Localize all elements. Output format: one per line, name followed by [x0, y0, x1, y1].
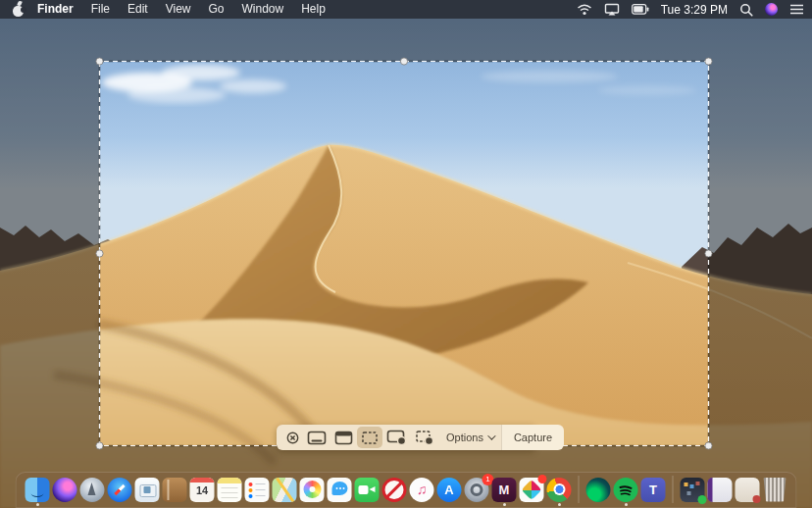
siri-icon[interactable] — [765, 3, 778, 16]
documents-stack-icon — [708, 478, 733, 502]
calendar-day: 14 — [190, 484, 215, 496]
trash-icon — [763, 478, 787, 502]
dock-item-chrome[interactable] — [547, 478, 572, 502]
dock-item-photos[interactable] — [300, 478, 325, 502]
selection-rectangle[interactable] — [100, 62, 709, 446]
capture-selection-icon — [361, 431, 379, 445]
screenshots-stack-icon — [681, 478, 705, 502]
safari-icon — [108, 478, 132, 502]
selection-handle-ne[interactable] — [705, 58, 712, 65]
mail-icon — [135, 478, 160, 502]
launchpad-icon — [80, 478, 105, 502]
selection-rectangle-ants[interactable] — [100, 62, 709, 446]
close-button[interactable] — [282, 427, 303, 448]
app-store-icon: A — [437, 478, 462, 502]
dock-item-webex[interactable] — [586, 478, 611, 502]
capture-selected-portion-button[interactable] — [357, 427, 382, 448]
dock-item-contacts[interactable] — [163, 478, 187, 502]
dock-item-slack[interactable] — [520, 478, 544, 502]
dock-item-app-store[interactable]: A — [437, 478, 462, 502]
record-selected-portion-button[interactable] — [411, 427, 438, 448]
dock-item-notes[interactable] — [218, 478, 242, 502]
siri-app-icon — [53, 478, 77, 502]
screenshot-toolbar: Options Capture — [277, 425, 536, 450]
contacts-icon — [163, 478, 187, 502]
running-indicator — [36, 503, 39, 506]
dock-item-screenshots-stack[interactable] — [681, 478, 705, 502]
menu-go[interactable]: Go — [200, 0, 233, 19]
selection-handle-nw[interactable] — [96, 58, 103, 65]
selection-handle-sw[interactable] — [96, 442, 103, 449]
search-icon[interactable] — [739, 3, 753, 17]
itunes-icon: ♫ — [410, 478, 434, 502]
selection-handle-e[interactable] — [705, 250, 712, 257]
apple-menu-icon[interactable] — [12, 2, 25, 17]
dock-item-facetime[interactable] — [355, 478, 380, 502]
dock-item-mail[interactable] — [135, 478, 160, 502]
dock-item-spotify[interactable] — [614, 478, 638, 502]
photos-icon — [300, 478, 325, 502]
running-indicator — [558, 503, 561, 506]
capture-button[interactable]: Capture — [501, 425, 564, 450]
airplay-display-icon[interactable] — [604, 3, 620, 16]
slack-badge — [538, 475, 547, 483]
options-label: Options — [446, 432, 483, 443]
desktop: Finder File Edit View Go Window Help — [0, 0, 812, 508]
dock-item-system-preferences[interactable]: 1 — [465, 478, 489, 502]
dock-divider — [579, 476, 580, 503]
capture-entire-screen-button[interactable] — [303, 427, 330, 448]
dock-item-blocked-app[interactable] — [382, 478, 407, 502]
dock-item-messages[interactable] — [328, 478, 352, 502]
dock-item-safari[interactable] — [108, 478, 132, 502]
dock-divider — [673, 476, 674, 503]
battery-icon[interactable] — [632, 4, 649, 15]
m-app-icon: M — [492, 478, 517, 502]
selection-handle-w[interactable] — [96, 250, 103, 257]
menu-view[interactable]: View — [157, 0, 200, 19]
dock-item-trash[interactable] — [763, 478, 787, 502]
menu-file[interactable]: File — [82, 0, 119, 19]
chevron-down-icon — [487, 432, 495, 439]
record-entire-screen-button[interactable] — [382, 427, 411, 448]
dock-item-microsoft-teams[interactable]: T — [641, 478, 666, 502]
record-screen-icon — [386, 430, 407, 445]
running-indicator — [503, 503, 506, 506]
capture-window-icon — [334, 431, 353, 445]
dock: 14 ♫ A 1 M T — [16, 472, 797, 508]
dock-item-maps[interactable] — [273, 478, 297, 502]
capture-label: Capture — [514, 432, 552, 443]
dock-item-itunes[interactable]: ♫ — [410, 478, 434, 502]
notification-center-icon[interactable] — [789, 3, 804, 16]
notes-icon — [218, 478, 242, 502]
dock-item-finder[interactable] — [25, 478, 50, 502]
capture-selected-window-button[interactable] — [330, 427, 357, 448]
menu-help[interactable]: Help — [292, 0, 334, 19]
teams-icon: T — [641, 478, 666, 502]
reminders-icon — [245, 478, 270, 502]
dock-item-siri[interactable] — [53, 478, 77, 502]
wifi-icon[interactable] — [577, 3, 592, 16]
webex-icon — [586, 478, 611, 502]
spotify-icon — [614, 478, 638, 502]
dock-item-documents-stack[interactable] — [708, 478, 733, 502]
dock-item-launchpad[interactable] — [80, 478, 105, 502]
menu-window[interactable]: Window — [233, 0, 293, 19]
selection-handle-n[interactable] — [400, 58, 407, 65]
calendar-icon: 14 — [190, 478, 215, 502]
selection-handle-se[interactable] — [705, 442, 712, 449]
dock-item-files-stack[interactable] — [736, 478, 760, 502]
dock-item-reminders[interactable] — [245, 478, 270, 502]
dock-item-m-app[interactable]: M — [492, 478, 517, 502]
close-icon — [286, 432, 299, 444]
prohibited-icon — [382, 478, 407, 502]
dock-item-calendar[interactable]: 14 — [190, 478, 215, 502]
menu-bar-clock[interactable]: Tue 3:29 PM — [661, 3, 728, 17]
maps-icon — [273, 478, 297, 502]
menu-edit[interactable]: Edit — [119, 0, 157, 19]
record-selection-icon — [415, 430, 434, 445]
facetime-icon — [355, 478, 380, 502]
menu-app-name[interactable]: Finder — [28, 0, 82, 19]
options-button[interactable]: Options — [438, 427, 501, 448]
files-stack-icon — [736, 478, 760, 502]
menu-bar: Finder File Edit View Go Window Help — [0, 0, 812, 19]
